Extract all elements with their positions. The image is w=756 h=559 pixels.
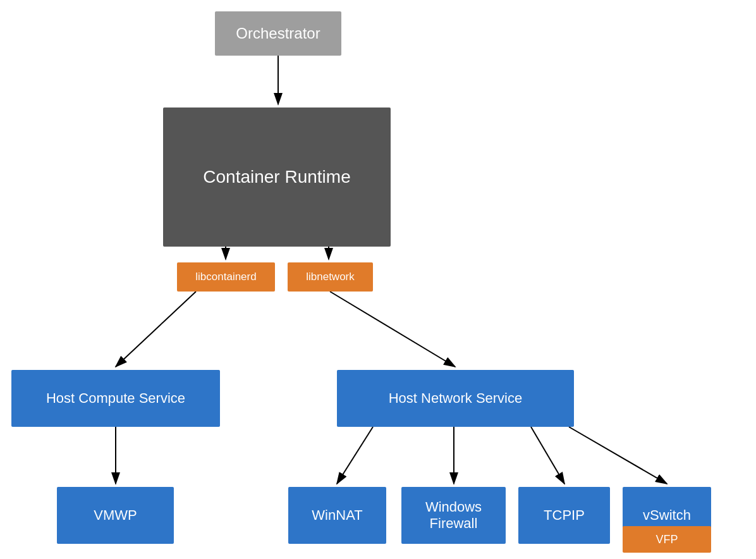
- tcpip-box: TCPIP: [518, 487, 610, 544]
- svg-line-9: [531, 427, 564, 484]
- host-network-service-box: Host Network Service: [337, 370, 574, 427]
- arrows-layer: [0, 0, 756, 559]
- host-compute-service-box: Host Compute Service: [11, 370, 220, 427]
- winnat-box: WinNAT: [288, 487, 386, 544]
- svg-line-7: [337, 427, 373, 484]
- libcontainerd-box: libcontainerd: [177, 262, 275, 292]
- orchestrator-box: Orchestrator: [215, 11, 341, 56]
- svg-line-5: [330, 292, 455, 367]
- container-runtime-box: Container Runtime: [163, 108, 391, 247]
- windows-firewall-box: WindowsFirewall: [401, 487, 506, 544]
- vmwp-box: VMWP: [57, 487, 174, 544]
- svg-line-10: [569, 427, 667, 484]
- svg-line-4: [116, 292, 196, 367]
- vfp-box: VFP: [623, 526, 711, 553]
- libnetwork-box: libnetwork: [288, 262, 373, 292]
- architecture-diagram: Orchestrator Container Runtime libcontai…: [0, 0, 756, 559]
